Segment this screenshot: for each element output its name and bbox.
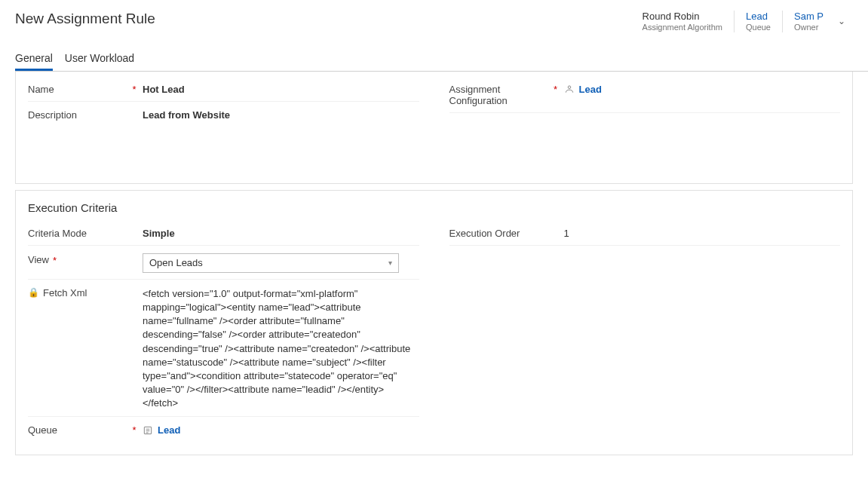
field-view[interactable]: View * Open Leads ▾ (28, 246, 419, 280)
field-value: <fetch version="1.0" output-format="xml-… (143, 286, 414, 411)
field-label: View * (28, 252, 126, 266)
field-value[interactable]: Lead (564, 82, 841, 95)
tab-user-workload[interactable]: User Workload (65, 52, 134, 71)
summary-value: Sam P (794, 11, 824, 23)
field-label: 🔒 Fetch Xml (28, 286, 126, 299)
chevron-down-icon: ▾ (388, 259, 392, 267)
view-dropdown[interactable]: Open Leads ▾ (143, 253, 399, 273)
field-label: Assignment Configuration (449, 82, 547, 106)
link-text: Lead (158, 424, 180, 436)
dropdown-value: Open Leads (149, 257, 203, 268)
section-title: Execution Criteria (28, 201, 840, 214)
field-value[interactable]: Lead (143, 423, 419, 436)
chevron-down-icon[interactable]: ⌄ (838, 16, 845, 26)
field-criteria-mode[interactable]: Criteria Mode Simple (28, 220, 419, 246)
field-label: Queue (28, 423, 126, 436)
header-summary: Round Robin Assignment Algorithm Lead Qu… (643, 11, 853, 32)
field-value: Simple (143, 226, 419, 239)
page-title: New Assignment Rule (15, 11, 155, 27)
required-marker: * (53, 253, 57, 266)
required-marker: * (130, 423, 138, 436)
field-label: Name (28, 82, 126, 95)
form-header: New Assignment Rule Round Robin Assignme… (0, 0, 868, 32)
required-marker (130, 108, 138, 121)
required-marker (130, 226, 138, 239)
summary-owner[interactable]: Sam P Owner (783, 11, 835, 32)
field-label: Execution Order (449, 226, 547, 239)
field-value: Lead from Website (143, 108, 419, 121)
summary-assignment-algorithm[interactable]: Round Robin Assignment Algorithm (643, 11, 735, 32)
section-general: Name * Hot Lead Description Lead from We… (15, 72, 853, 184)
entity-icon (564, 84, 575, 94)
summary-label: Assignment Algorithm (643, 23, 722, 32)
field-description[interactable]: Description Lead from Website (28, 102, 419, 127)
summary-queue[interactable]: Lead Queue (735, 11, 783, 32)
required-marker: * (552, 82, 560, 95)
field-value: Hot Lead (143, 82, 419, 95)
field-label: Criteria Mode (28, 226, 126, 239)
summary-label: Queue (746, 23, 771, 32)
summary-label: Owner (794, 23, 824, 32)
tab-general[interactable]: General (15, 52, 53, 71)
tab-list: General User Workload (15, 52, 868, 72)
field-execution-order[interactable]: Execution Order 1 (449, 220, 841, 246)
field-assignment-configuration[interactable]: Assignment Configuration * Lead (449, 76, 841, 113)
field-fetch-xml: 🔒 Fetch Xml <fetch version="1.0" output-… (28, 280, 419, 418)
field-label: Description (28, 108, 126, 121)
svg-point-0 (568, 86, 571, 89)
field-value: 1 (564, 226, 841, 239)
field-queue[interactable]: Queue * Lead (28, 417, 419, 442)
lock-icon: 🔒 (28, 287, 39, 298)
queue-icon (143, 425, 153, 436)
required-marker: * (130, 82, 138, 95)
summary-value: Round Robin (643, 11, 722, 23)
field-name[interactable]: Name * Hot Lead (28, 76, 419, 102)
summary-value: Lead (746, 11, 771, 23)
section-execution-criteria: Execution Criteria Criteria Mode Simple … (15, 190, 853, 456)
link-text: Lead (579, 84, 602, 95)
